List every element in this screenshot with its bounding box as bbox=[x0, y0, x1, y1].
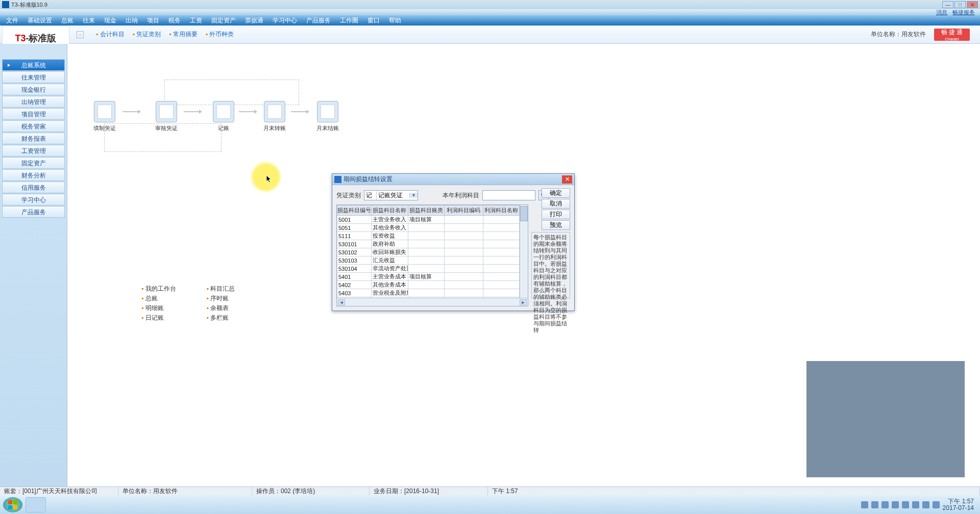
ql-detail-ledger[interactable]: 明细账 bbox=[141, 304, 176, 313]
table-cell[interactable]: 收回坏账损失 bbox=[372, 248, 408, 256]
tray-clock[interactable]: 下午 1:57 2017-07-14 bbox=[943, 498, 974, 511]
table-cell[interactable] bbox=[483, 265, 519, 273]
table-cell[interactable]: 5402 bbox=[337, 281, 372, 289]
table-cell[interactable]: 5051 bbox=[337, 224, 372, 232]
sidebar-item-tax[interactable]: 税务管家 bbox=[2, 120, 65, 132]
maximize-button[interactable]: □ bbox=[954, 1, 966, 8]
menu-cashier[interactable]: 出纳 bbox=[122, 15, 141, 26]
table-cell[interactable]: 5403 bbox=[337, 289, 372, 297]
table-row[interactable]: 530103汇兑收益 bbox=[337, 256, 520, 265]
table-cell[interactable] bbox=[444, 232, 483, 240]
table-row[interactable]: 530101政府补助 bbox=[337, 240, 520, 248]
col-pl-type[interactable]: 损益科目账类 bbox=[408, 205, 444, 216]
menu-project[interactable]: 项目 bbox=[144, 15, 162, 26]
table-cell[interactable] bbox=[444, 273, 483, 281]
ql-general-ledger[interactable]: 总账 bbox=[141, 294, 176, 303]
sidebar-item-general-ledger[interactable]: 总账系统 bbox=[2, 59, 65, 71]
link-common-summary[interactable]: 常用摘要 bbox=[169, 30, 198, 39]
start-button[interactable] bbox=[3, 497, 22, 512]
sidebar-item-project[interactable]: 项目管理 bbox=[2, 108, 65, 120]
table-cell[interactable]: 主营业务收入 bbox=[372, 216, 408, 224]
table-cell[interactable] bbox=[483, 224, 519, 232]
table-cell[interactable]: 非流动资产处置 bbox=[372, 265, 408, 273]
ql-balance[interactable]: 余额表 bbox=[207, 304, 235, 313]
sidebar-item-learning[interactable]: 学习中心 bbox=[2, 194, 65, 205]
menu-learning[interactable]: 学习中心 bbox=[270, 15, 300, 26]
table-row[interactable]: 5051其他业务收入 bbox=[337, 224, 520, 232]
table-row[interactable]: 5401主营业务成本项目核算 bbox=[337, 273, 520, 281]
col-pl-name[interactable]: 损益科目名称 bbox=[372, 205, 408, 216]
workflow-node-n3[interactable]: 记账 bbox=[208, 101, 239, 132]
tray-icon[interactable] bbox=[922, 501, 929, 508]
menu-fixed-assets[interactable]: 固定资产 bbox=[208, 15, 239, 26]
table-cell[interactable] bbox=[444, 224, 483, 232]
menu-general-ledger[interactable]: 总账 bbox=[58, 15, 77, 26]
menu-basic-settings[interactable]: 基础设置 bbox=[24, 15, 55, 26]
dropdown-icon[interactable]: ▼ bbox=[409, 193, 418, 198]
table-cell[interactable] bbox=[483, 289, 519, 297]
menu-tax[interactable]: 税务 bbox=[165, 15, 184, 26]
ql-my-desktop[interactable]: 我的工作台 bbox=[141, 285, 176, 293]
sidebar-item-cash-bank[interactable]: 现金银行 bbox=[2, 84, 65, 95]
sidebar-item-cashier[interactable]: 出纳管理 bbox=[2, 96, 65, 108]
table-cell[interactable] bbox=[408, 256, 444, 265]
table-cell[interactable]: 530101 bbox=[337, 240, 372, 248]
table-cell[interactable] bbox=[408, 297, 444, 298]
menu-workcircle[interactable]: 工作圈 bbox=[337, 15, 361, 26]
scrollbar-thumb[interactable] bbox=[520, 206, 528, 221]
table-cell[interactable]: 530103 bbox=[337, 256, 372, 265]
table-row[interactable]: 5111投资收益 bbox=[337, 232, 520, 240]
link-accounts[interactable]: 会计科目 bbox=[96, 30, 125, 39]
table-cell[interactable] bbox=[483, 273, 519, 281]
menu-ar-ap[interactable]: 往来 bbox=[80, 15, 98, 26]
link-voucher-type[interactable]: 凭证类别 bbox=[133, 30, 161, 39]
table-cell[interactable] bbox=[408, 232, 444, 240]
scroll-right-icon[interactable]: ► bbox=[520, 299, 527, 305]
ql-account-summary[interactable]: 科目汇总 bbox=[207, 285, 235, 293]
table-cell[interactable] bbox=[444, 240, 483, 248]
table-row[interactable]: 5402其他业务成本 bbox=[337, 281, 520, 289]
vertical-scrollbar[interactable] bbox=[520, 205, 528, 298]
table-cell[interactable] bbox=[408, 224, 444, 232]
cancel-button[interactable]: 取消 bbox=[542, 199, 570, 209]
table-cell[interactable] bbox=[483, 281, 519, 289]
table-cell[interactable] bbox=[444, 265, 483, 273]
table-row[interactable]: 5001主营业务收入项目核算 bbox=[337, 216, 520, 224]
table-cell[interactable] bbox=[483, 248, 519, 256]
table-cell[interactable] bbox=[444, 281, 483, 289]
workflow-node-n2[interactable]: 审核凭证 bbox=[151, 101, 182, 132]
sidebar-item-fin-analysis[interactable]: 财务分析 bbox=[2, 169, 65, 181]
workflow-node-n1[interactable]: 填制凭证 bbox=[89, 101, 120, 132]
table-cell[interactable]: 营业税金及附加 bbox=[372, 289, 408, 297]
close-button[interactable]: ✕ bbox=[967, 1, 978, 8]
menu-bills[interactable]: 票据通 bbox=[242, 15, 266, 26]
table-cell[interactable] bbox=[408, 265, 444, 273]
col-profit-name[interactable]: 利润科目名称 bbox=[483, 205, 519, 216]
profit-account-input[interactable] bbox=[482, 190, 535, 200]
dialog-close-button[interactable]: ✕ bbox=[562, 175, 572, 184]
table-cell[interactable] bbox=[444, 289, 483, 297]
sidebar-item-ar-ap[interactable]: 往来管理 bbox=[2, 71, 65, 83]
scroll-left-icon[interactable]: ◄ bbox=[338, 299, 345, 305]
table-cell[interactable]: 汇兑收益 bbox=[372, 256, 408, 265]
table-cell[interactable]: 项目核算 bbox=[408, 216, 444, 224]
table-cell[interactable]: 5401 bbox=[337, 273, 372, 281]
tray-icon[interactable] bbox=[892, 501, 899, 508]
table-cell[interactable] bbox=[444, 248, 483, 256]
minimize-button[interactable]: — bbox=[942, 1, 953, 8]
table-cell[interactable] bbox=[444, 297, 483, 298]
expand-icon[interactable]: » bbox=[77, 31, 84, 38]
table-cell[interactable]: 5001 bbox=[337, 216, 372, 224]
workflow-node-n4[interactable]: 月末转账 bbox=[259, 101, 290, 132]
table-cell[interactable]: 560101 bbox=[337, 297, 372, 298]
table-cell[interactable] bbox=[408, 248, 444, 256]
ql-multi-column[interactable]: 多栏账 bbox=[207, 314, 235, 322]
table-cell[interactable]: 其他业务成本 bbox=[372, 281, 408, 289]
tray-icon[interactable] bbox=[871, 501, 878, 508]
ql-journal[interactable]: 日记账 bbox=[141, 314, 176, 322]
table-cell[interactable] bbox=[408, 281, 444, 289]
tray-icon[interactable] bbox=[902, 501, 909, 508]
menu-product-service[interactable]: 产品服务 bbox=[303, 15, 334, 26]
table-cell[interactable]: 5111 bbox=[337, 232, 372, 240]
menu-payroll[interactable]: 工资 bbox=[187, 15, 205, 26]
